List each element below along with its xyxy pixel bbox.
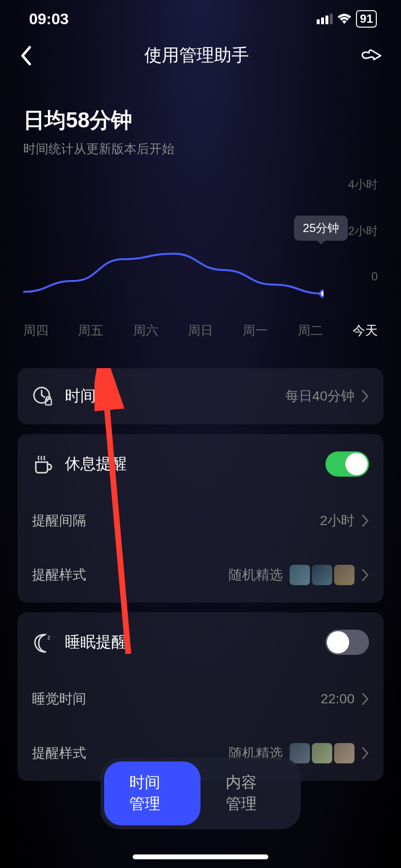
- sleep-time-row[interactable]: 睡觉时间 22:00: [17, 672, 384, 726]
- time-lock-value: 每日40分钟: [285, 387, 355, 405]
- rest-style-row[interactable]: 提醒样式 随机精选: [17, 547, 384, 603]
- nav-bar: 使用管理助手: [0, 34, 401, 77]
- bottom-tab-bar: 时间管理 内容管理: [100, 758, 301, 829]
- moon-icon: z: [32, 632, 53, 653]
- chevron-right-icon: [361, 747, 369, 760]
- time-lock-row[interactable]: 时间锁 每日40分钟: [17, 368, 384, 424]
- status-time: 09:03: [29, 10, 69, 28]
- rest-interval-label: 提醒间隔: [32, 512, 320, 530]
- page-title: 使用管理助手: [144, 44, 249, 67]
- cellular-signal-icon: [317, 14, 333, 24]
- status-bar: 09:03 91: [0, 0, 401, 34]
- share-button[interactable]: [360, 47, 382, 64]
- status-icons: 91: [317, 10, 377, 28]
- time-lock-card: 时间锁 每日40分钟: [17, 368, 384, 424]
- back-button[interactable]: [19, 46, 33, 65]
- tab-content-management[interactable]: 内容管理: [200, 761, 297, 825]
- battery-level: 91: [356, 10, 377, 28]
- chevron-right-icon: [361, 569, 369, 581]
- svg-point-0: [320, 290, 324, 297]
- avg-time-title: 日均58分钟: [23, 106, 378, 135]
- stats-header: 日均58分钟 时间统计从更新版本后开始: [0, 77, 401, 167]
- tab-time-management[interactable]: 时间管理: [104, 761, 200, 825]
- wifi-icon: [338, 14, 351, 24]
- sleep-reminder-label: 睡眠提醒: [65, 632, 325, 653]
- chart-line: [23, 216, 324, 303]
- sleep-reminder-row: z 睡眠提醒: [17, 612, 384, 672]
- rest-reminder-label: 休息提醒: [65, 453, 325, 475]
- rest-reminder-row: 休息提醒: [17, 434, 384, 494]
- coffee-icon: [32, 453, 53, 475]
- sleep-reminder-toggle[interactable]: [325, 630, 369, 655]
- svg-text:z: z: [47, 634, 50, 641]
- rest-style-label: 提醒样式: [32, 566, 229, 584]
- chevron-right-icon: [361, 514, 369, 527]
- rest-style-thumbnails: [290, 565, 355, 585]
- sleep-reminder-card: z 睡眠提醒 睡觉时间 22:00 提醒样式 随机精选: [17, 612, 384, 781]
- chart-x-labels: 周四 周五 周六 周日 周一 周二 今天: [0, 312, 401, 358]
- usage-chart[interactable]: 4小时 2小时 0 25分钟: [0, 167, 401, 312]
- sleep-time-label: 睡觉时间: [32, 690, 321, 708]
- home-indicator[interactable]: [133, 854, 268, 859]
- rest-interval-row[interactable]: 提醒间隔 2小时: [17, 494, 384, 547]
- chart-tooltip: 25分钟: [294, 216, 348, 241]
- chart-y-labels: 4小时 2小时 0: [348, 177, 378, 283]
- rest-interval-value: 2小时: [320, 512, 355, 530]
- rest-style-value: 随机精选: [229, 566, 283, 584]
- sleep-time-value: 22:00: [321, 691, 355, 707]
- rest-reminder-card: 休息提醒 提醒间隔 2小时 提醒样式 随机精选: [17, 434, 384, 603]
- rest-reminder-toggle[interactable]: [325, 451, 369, 477]
- chevron-right-icon: [361, 390, 369, 403]
- avg-time-subtitle: 时间统计从更新版本后开始: [23, 140, 378, 157]
- chevron-right-icon: [361, 693, 369, 705]
- time-lock-label: 时间锁: [65, 386, 285, 407]
- time-lock-icon: [32, 386, 53, 407]
- sleep-style-thumbnails: [290, 743, 355, 763]
